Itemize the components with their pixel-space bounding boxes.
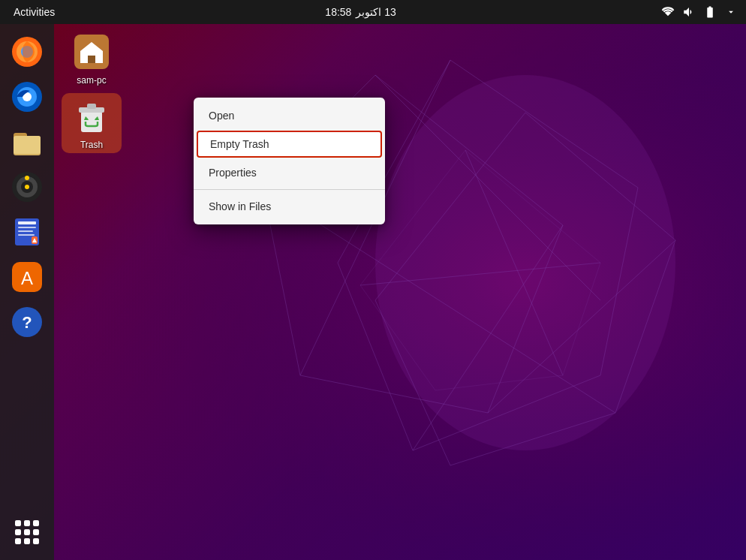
svg-rect-28 [18,221,36,224]
home-icon [71,32,112,72]
activities-button[interactable]: Activities [8,6,61,18]
dock-item-rhythmbox[interactable] [7,167,47,207]
svg-marker-9 [360,150,600,390]
svg-line-11 [465,150,563,375]
svg-rect-21 [14,136,41,154]
network-icon[interactable] [660,5,675,20]
svg-rect-41 [87,104,96,109]
context-menu-item-show-in-files[interactable]: Show in Files [194,193,385,220]
svg-point-25 [25,185,29,189]
battery-icon[interactable] [702,5,717,20]
dock: A ? [0,24,54,560]
home-icon-label: sam-pc [77,75,106,86]
context-menu-item-empty-trash[interactable]: Empty Trash [197,131,382,158]
svg-line-5 [413,225,563,450]
svg-rect-39 [81,111,102,132]
svg-rect-31 [18,234,35,236]
sound-icon[interactable] [681,5,696,20]
desktop: Activities 13 اکتوبر 18:58 [0,0,746,560]
svg-point-26 [25,176,29,180]
desktop-icons-area: sam-pc Trash [62,32,122,153]
dock-item-firefox[interactable] [7,32,47,72]
dock-item-writer[interactable] [7,212,47,252]
svg-text:A: A [21,268,33,288]
trash-icon [71,96,112,137]
svg-marker-3 [375,113,675,465]
context-menu: Open Empty Trash Properties Show in File… [194,98,385,224]
desktop-icon-trash[interactable]: Trash [62,93,122,153]
topbar-right [660,5,738,20]
svg-line-10 [360,263,600,285]
svg-rect-38 [88,56,95,63]
trash-icon-label: Trash [80,140,103,150]
context-menu-item-open[interactable]: Open [194,102,385,129]
svg-rect-30 [18,230,33,232]
show-apps-button[interactable] [7,512,47,552]
date-display: 13 اکتوبر [356,6,396,18]
time-display: 18:58 [325,6,351,18]
svg-line-6 [488,240,675,413]
desktop-icon-home[interactable]: sam-pc [62,32,122,86]
dock-item-files[interactable] [7,122,47,162]
dock-item-help[interactable]: ? [7,302,47,342]
context-menu-item-properties[interactable]: Properties [194,159,385,186]
system-menu-icon[interactable] [723,5,738,20]
dock-item-appstore[interactable]: A [7,257,47,297]
topbar: Activities 13 اکتوبر 18:58 [0,0,746,24]
svg-line-4 [375,75,600,300]
svg-text:?: ? [22,313,32,332]
svg-point-12 [375,75,675,450]
dock-item-thunderbird[interactable] [7,77,47,117]
topbar-left: Activities [8,6,61,18]
menu-separator [194,189,385,190]
topbar-center: 13 اکتوبر 18:58 [325,6,396,18]
grid-dots-icon [15,520,39,544]
svg-rect-29 [18,227,36,228]
